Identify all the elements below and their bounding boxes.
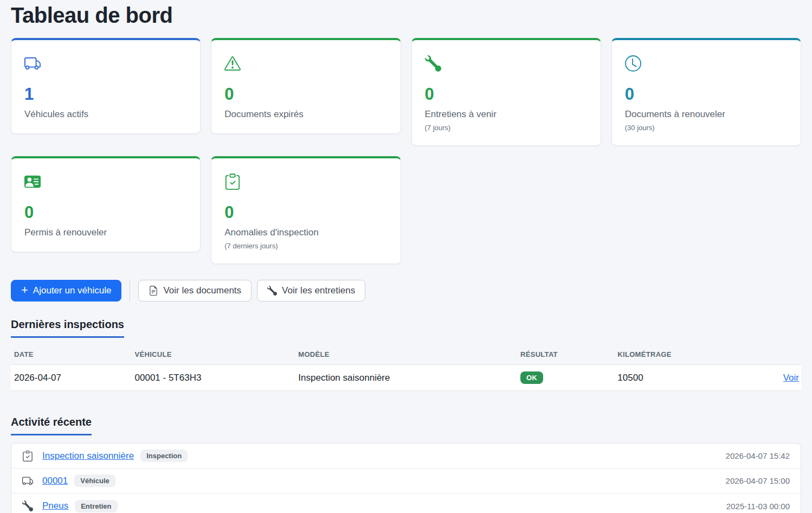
view-inspection-link[interactable]: Voir — [783, 373, 799, 383]
inspection-vehicle: 00001 - 5T63H3 — [133, 365, 297, 391]
activity-type-badge: Entretien — [75, 500, 117, 512]
activity-row-vehicle: 00001 Véhicule 2026-04-07 15:00 — [11, 469, 801, 493]
stat-value: 0 — [224, 86, 387, 102]
result-ok-badge: OK — [520, 371, 543, 384]
activity-list: Inspection saisonnière Inspection 2026-0… — [11, 443, 801, 513]
inspection-table-row: 2026-04-07 00001 - 5T63H3 Inspection sai… — [11, 365, 801, 391]
inspections-header-row: DATE VÉHICULE MODÈLE RÉSULTAT KILOMÉTRAG… — [11, 346, 801, 365]
stat-sublabel: (7 derniers jours) — [224, 242, 387, 250]
stat-sublabel: (30 jours) — [625, 124, 788, 132]
activity-timestamp: 2025-11-03 00:00 — [726, 502, 790, 511]
clipboard-check-icon — [22, 451, 33, 461]
stat-value: 0 — [425, 86, 588, 102]
page-title: Tableau de bord — [11, 3, 801, 27]
inspection-model: Inspection saisonnière — [296, 365, 518, 391]
document-icon — [149, 286, 158, 296]
activity-link[interactable]: 00001 — [42, 476, 68, 486]
stat-label: Permis à renouveler — [24, 227, 187, 238]
stat-value: 0 — [24, 204, 187, 221]
activity-timestamp: 2026-04-07 15:00 — [726, 476, 790, 485]
activity-timestamp: 2026-04-07 15:42 — [726, 451, 790, 460]
wrench-icon — [425, 55, 441, 72]
column-header-modele: MODÈLE — [296, 346, 518, 365]
inspection-mileage: 10500 — [615, 365, 752, 391]
stat-card-permis-a-renouveler: 0 Permis à renouveler — [11, 156, 201, 252]
truck-icon — [24, 55, 41, 72]
activity-link[interactable]: Pneus — [42, 501, 68, 511]
stat-card-documents-expires: 0 Documents expirés — [211, 38, 401, 134]
stat-value: 0 — [224, 204, 387, 221]
actions-row: + Ajouter un véhicule Voir les documents… — [11, 280, 801, 302]
stat-card-entretiens-a-venir: 0 Entretiens à venir (7 jours) — [411, 38, 601, 146]
view-documents-button[interactable]: Voir les documents — [138, 280, 252, 302]
clock-icon — [625, 55, 641, 72]
stat-value: 0 — [625, 86, 788, 102]
clipboard-check-icon — [224, 174, 241, 190]
activity-row-inspection: Inspection saisonnière Inspection 2026-0… — [11, 444, 801, 469]
wrench-icon — [22, 501, 33, 511]
column-header-kilometrage: KILOMÉTRAGE — [615, 346, 752, 365]
stat-label: Entretiens à venir — [425, 109, 588, 120]
truck-icon — [22, 476, 33, 486]
inspection-date: 2026-04-07 — [11, 365, 133, 391]
column-header-vehicule: VÉHICULE — [133, 346, 297, 365]
warning-triangle-icon — [224, 55, 241, 72]
inspections-heading: Dernières inspections — [11, 318, 124, 338]
inspections-table: DATE VÉHICULE MODÈLE RÉSULTAT KILOMÉTRAG… — [11, 346, 801, 391]
activity-type-badge: Inspection — [140, 450, 188, 462]
stat-value: 1 — [24, 86, 187, 102]
stat-label: Documents à renouveler — [625, 109, 788, 120]
add-vehicle-label: Ajouter un véhicule — [33, 285, 112, 296]
activity-row-maintenance: Pneus Entretien 2025-11-03 00:00 — [11, 493, 801, 513]
stat-label: Véhicules actifs — [24, 109, 187, 120]
wrench-icon — [267, 286, 277, 296]
column-header-resultat: RÉSULTAT — [518, 346, 615, 365]
stat-card-vehicules-actifs: 1 Véhicules actifs — [11, 38, 201, 134]
stat-sublabel: (7 jours) — [425, 124, 588, 132]
dashboard-page: Tableau de bord 1 Véhicules actifs 0 Doc… — [0, 0, 812, 513]
actions-divider — [130, 280, 130, 302]
add-vehicle-button[interactable]: + Ajouter un véhicule — [11, 280, 121, 302]
stat-cards-grid: 1 Véhicules actifs 0 Documents expirés 0… — [11, 38, 801, 264]
view-maintenance-button[interactable]: Voir les entretiens — [257, 280, 365, 302]
column-header-actions — [752, 346, 801, 365]
view-maintenance-label: Voir les entretiens — [282, 285, 355, 296]
view-documents-label: Voir les documents — [163, 285, 241, 296]
activity-heading: Activité récente — [11, 416, 92, 435]
stat-label: Documents expirés — [224, 109, 387, 120]
stat-card-anomalies-inspection: 0 Anomalies d'inspection (7 derniers jou… — [211, 156, 401, 264]
activity-link[interactable]: Inspection saisonnière — [42, 451, 134, 461]
id-card-icon — [24, 174, 41, 190]
stat-card-documents-a-renouveler: 0 Documents à renouveler (30 jours) — [611, 38, 801, 146]
column-header-date: DATE — [11, 346, 133, 365]
activity-type-badge: Véhicule — [74, 474, 115, 487]
plus-icon: + — [21, 284, 28, 296]
stat-label: Anomalies d'inspection — [224, 227, 387, 238]
